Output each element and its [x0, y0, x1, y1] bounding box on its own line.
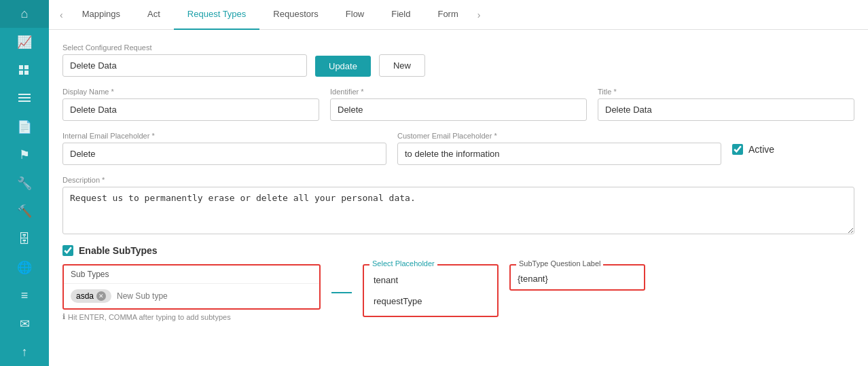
subtype-tag: asda ✕ — [71, 289, 111, 303]
description-textarea[interactable] — [62, 187, 854, 234]
placeholder-item-tenant[interactable]: tenant — [364, 270, 497, 291]
active-checkbox[interactable] — [732, 144, 743, 155]
tab-flow[interactable]: Flow — [332, 0, 378, 30]
sidebar-item-list[interactable]: ≡ — [0, 282, 49, 310]
connector-line — [331, 292, 352, 293]
internal-email-label: Internal Email Placeholder * — [62, 132, 386, 140]
sidebar-item-home[interactable]: ⌂ — [0, 0, 49, 28]
sidebar-item-grid[interactable] — [0, 56, 49, 84]
identifier-input[interactable] — [330, 98, 587, 121]
main-area: ‹ Mappings Act Request Types Requestors … — [49, 0, 868, 366]
svg-rect-6 — [18, 100, 31, 102]
tab-requestors[interactable]: Requestors — [259, 0, 331, 30]
sidebar-item-mail[interactable]: ✉ — [0, 310, 49, 337]
svg-rect-0 — [19, 65, 23, 69]
subtypes-section: Sub Types asda ✕ ℹ Hit ENTER, COMMA afte… — [62, 264, 854, 321]
tab-bar: ‹ Mappings Act Request Types Requestors … — [49, 0, 868, 30]
internal-email-group: Internal Email Placeholder * — [62, 132, 386, 165]
select-configured-request-group: Select Configured Request — [62, 43, 307, 77]
update-button[interactable]: Update — [315, 56, 371, 77]
identifier-label: Identifier * — [330, 88, 587, 96]
subtype-question-label-title: SubType Question Label — [516, 259, 603, 268]
placeholder-items: tenant requestType — [364, 266, 497, 316]
active-group: Active — [732, 132, 854, 155]
internal-email-input[interactable] — [62, 143, 386, 165]
svg-rect-1 — [24, 65, 29, 69]
row-description: Description * — [62, 176, 854, 234]
tab-field[interactable]: Field — [378, 0, 424, 30]
new-button[interactable]: New — [379, 54, 425, 77]
sidebar: ⌂ 📈 📄 ⚑ 🔧 🔨 🗄 🌐 ≡ ✉ ↑ — [0, 0, 49, 366]
identifier-group: Identifier * — [330, 88, 587, 121]
customer-email-group: Customer Email Placeholder * — [397, 132, 721, 165]
tag-label: asda — [76, 291, 94, 301]
subtypes-box: Sub Types asda ✕ — [62, 264, 321, 310]
select-configured-request-label: Select Configured Request — [62, 43, 307, 52]
enable-subtypes-checkbox[interactable] — [62, 245, 73, 256]
row-display-identifier-title: Display Name * Identifier * Title * — [62, 88, 854, 121]
tab-request-types[interactable]: Request Types — [174, 0, 259, 30]
info-icon: ℹ — [62, 312, 65, 321]
tab-form[interactable]: Form — [424, 0, 471, 30]
display-name-label: Display Name * — [62, 88, 319, 96]
sidebar-item-upload[interactable]: ↑ — [0, 338, 49, 366]
select-configured-request-input[interactable] — [62, 54, 307, 77]
hint-text-label: Hit ENTER, COMMA after typing to add sub… — [68, 313, 231, 321]
title-group: Title * — [598, 88, 854, 121]
subtype-question-label-box: SubType Question Label — [509, 264, 645, 291]
active-label: Active — [748, 144, 774, 155]
select-request-row: Select Configured Request Update New — [62, 43, 854, 77]
tab-mappings[interactable]: Mappings — [69, 0, 134, 30]
description-group: Description * — [62, 176, 854, 234]
enable-subtypes-label: Enable SubTypes — [79, 245, 158, 256]
row-email-active: Internal Email Placeholder * Customer Em… — [62, 132, 854, 165]
subtypes-box-content: asda ✕ — [64, 284, 319, 308]
tab-next-arrow[interactable]: › — [472, 10, 486, 20]
sidebar-item-storage[interactable]: 🗄 — [0, 225, 49, 253]
title-label: Title * — [598, 88, 854, 96]
content-area: Select Configured Request Update New Dis… — [49, 30, 868, 366]
new-subtype-input[interactable] — [117, 291, 312, 301]
svg-rect-5 — [18, 97, 31, 98]
sidebar-item-hammer[interactable]: 🔨 — [0, 197, 49, 225]
svg-rect-4 — [18, 94, 31, 95]
sidebar-item-document[interactable]: 📄 — [0, 113, 49, 141]
customer-email-label: Customer Email Placeholder * — [397, 132, 721, 140]
tab-prev-arrow[interactable]: ‹ — [54, 10, 69, 20]
display-name-group: Display Name * — [62, 88, 319, 121]
title-input[interactable] — [598, 98, 854, 121]
description-label: Description * — [62, 176, 854, 184]
tab-act[interactable]: Act — [134, 0, 174, 30]
sidebar-item-flag[interactable]: ⚑ — [0, 141, 49, 168]
customer-email-input[interactable] — [397, 143, 721, 165]
svg-rect-3 — [24, 71, 29, 75]
select-placeholder-label: Select Placeholder — [369, 259, 437, 268]
sidebar-item-globe[interactable]: 🌐 — [0, 253, 49, 281]
subtypes-box-header: Sub Types — [64, 266, 319, 284]
subtype-question-label-input[interactable] — [518, 274, 637, 284]
placeholder-item-requesttype[interactable]: requestType — [364, 291, 497, 312]
enable-subtypes-row: Enable SubTypes — [62, 245, 854, 256]
display-name-input[interactable] — [62, 98, 319, 121]
select-placeholder-dropdown: Select Placeholder tenant requestType — [363, 264, 499, 317]
sidebar-item-table[interactable] — [0, 84, 49, 112]
tag-close-button[interactable]: ✕ — [96, 291, 106, 301]
subtypes-hint: ℹ Hit ENTER, COMMA after typing to add s… — [62, 312, 321, 321]
sidebar-item-tools[interactable]: 🔧 — [0, 169, 49, 197]
sidebar-item-chart[interactable]: 📈 — [0, 28, 49, 56]
svg-rect-2 — [19, 71, 23, 75]
